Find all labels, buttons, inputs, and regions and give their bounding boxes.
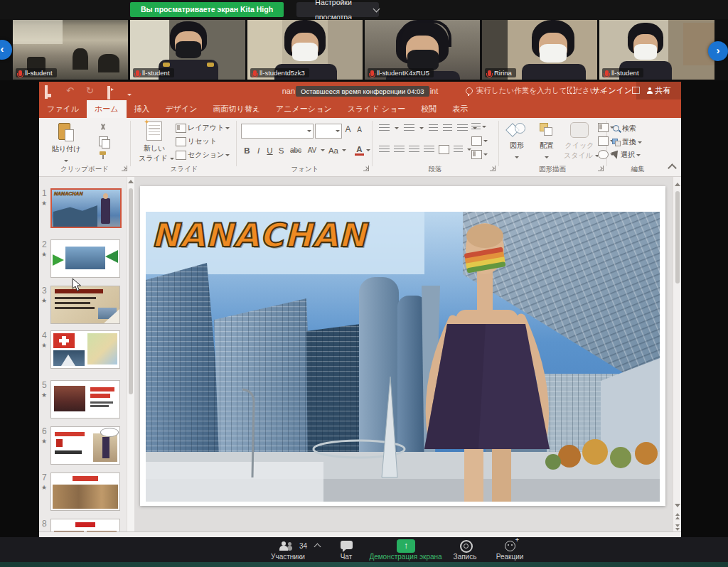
slide-thumbnail[interactable] [50, 426, 120, 465]
participants-menu-chevron[interactable] [314, 544, 321, 551]
animation-star-icon: ★ [41, 392, 47, 399]
font-size-combo[interactable] [315, 124, 342, 139]
font-color-button[interactable]: A [355, 145, 364, 156]
text-direction-button[interactable] [471, 123, 486, 131]
font-name-combo[interactable] [241, 124, 314, 139]
tab-review[interactable]: 校閲 [413, 100, 444, 118]
participant-video[interactable]: ll-student [13, 20, 128, 80]
strikethrough-button[interactable]: abc [288, 146, 304, 154]
share-screen-button[interactable]: Демонстрация экрана [354, 553, 457, 561]
tab-design[interactable]: デザイン [158, 100, 205, 118]
clipboard-dialog-launcher[interactable] [122, 166, 127, 171]
tab-view[interactable]: 表示 [444, 100, 476, 118]
start-slideshow-button[interactable] [107, 87, 110, 99]
scroll-up-arrow-icon[interactable] [128, 180, 134, 183]
find-button[interactable]: 検索 [612, 124, 636, 134]
chat-icon[interactable] [341, 541, 353, 549]
italic-button[interactable]: I [254, 146, 263, 155]
tab-file[interactable]: ファイル [39, 100, 87, 118]
align-left-button[interactable] [379, 146, 390, 153]
slide-thumbnail[interactable] [50, 519, 120, 531]
select-button[interactable]: 選択 [612, 150, 641, 160]
font-dialog-launcher[interactable] [363, 166, 369, 171]
increase-indent-button[interactable] [443, 124, 452, 132]
share-screen-icon[interactable]: ↑ [397, 539, 415, 553]
drawing-dialog-launcher[interactable] [598, 166, 604, 171]
animation-star-icon: ★ [41, 297, 47, 304]
align-center-button[interactable] [394, 146, 405, 153]
columns-button[interactable] [454, 146, 463, 153]
tab-insert[interactable]: 挿入 [127, 100, 158, 118]
next-slide-button[interactable] [673, 522, 681, 531]
justify-button[interactable] [424, 146, 434, 153]
quick-access-customize-button[interactable] [127, 89, 132, 100]
new-slide-button[interactable]: 新しい スライド [139, 122, 170, 163]
participant-video[interactable]: ll-studentd5zk3 [247, 20, 363, 80]
slide-number: 7 [42, 472, 47, 482]
record-button[interactable]: Запись [444, 553, 486, 561]
bullets-button[interactable] [379, 124, 390, 132]
scrollbar-thumb[interactable] [675, 191, 680, 284]
align-text-button[interactable] [471, 136, 488, 146]
scroll-up-button[interactable] [673, 179, 681, 189]
shapes-button[interactable]: 図形 [504, 122, 530, 163]
paste-button[interactable]: 貼り付け [49, 122, 83, 167]
replace-button[interactable]: 置換 [612, 137, 642, 147]
record-icon[interactable] [460, 540, 473, 553]
slide-thumbnail[interactable] [50, 330, 120, 369]
change-case-button[interactable]: Aa [327, 146, 340, 155]
tell-me-search[interactable]: 実行したい作業を入力してください... [466, 82, 604, 99]
copy-button[interactable] [99, 136, 108, 146]
tab-transitions[interactable]: 画面切り替え [205, 100, 269, 118]
section-label: セクション [188, 150, 224, 160]
tab-animations[interactable]: アニメーション [268, 100, 340, 118]
redo-button[interactable]: ↻ [86, 85, 94, 97]
increase-font-button[interactable]: A [343, 124, 353, 134]
layout-button[interactable]: レイアウト [176, 123, 230, 133]
reactions-button[interactable]: Реакции [484, 553, 535, 561]
slide-thumbnail[interactable] [50, 239, 120, 278]
quick-styles-button[interactable]: クイック スタイル [564, 122, 595, 161]
reset-button[interactable]: リセット [176, 136, 217, 146]
participants-icon[interactable] [279, 541, 295, 551]
undo-button[interactable]: ↶ [66, 85, 74, 97]
arrange-button[interactable]: 配置 [534, 122, 560, 163]
text-shadow-button[interactable]: S [277, 146, 286, 155]
decrease-indent-button[interactable] [429, 124, 438, 132]
ppt-work-area: 1 ★ NANACHAN 2 ★ [39, 177, 681, 531]
line-spacing-button[interactable] [457, 124, 468, 132]
decrease-font-button[interactable]: A [355, 126, 364, 134]
section-button[interactable]: セクション [176, 150, 230, 160]
slide-thumbnail[interactable] [50, 380, 120, 418]
underline-button[interactable]: U [265, 146, 274, 155]
participants-button[interactable]: Участники [252, 553, 323, 561]
scrollbar-thumb[interactable] [129, 188, 133, 394]
share-button[interactable]: 共有 [636, 82, 681, 99]
participant-video[interactable]: ll-student [130, 20, 245, 80]
slide-thumbnail[interactable] [50, 472, 120, 511]
canvas-scrollbar[interactable] [673, 177, 681, 531]
add-columns-button[interactable] [439, 145, 449, 154]
previous-slide-button[interactable] [673, 511, 681, 521]
participant-video[interactable]: ll-student [599, 20, 714, 80]
view-settings-dropdown[interactable]: Настройки просмотра [296, 2, 379, 17]
numbering-button[interactable] [404, 124, 414, 132]
tab-slideshow[interactable]: スライド ショー [340, 100, 414, 118]
sign-in-button[interactable]: サインイン [592, 82, 632, 99]
convert-smartart-button[interactable] [471, 150, 488, 159]
collapse-ribbon-button[interactable] [668, 163, 677, 173]
slide-thumbnail[interactable] [50, 286, 120, 324]
save-button[interactable] [45, 87, 48, 98]
paragraph-dialog-launcher[interactable] [490, 166, 496, 171]
scroll-videos-right-button[interactable]: › [708, 41, 728, 61]
align-right-button[interactable] [409, 146, 419, 153]
participant-video[interactable]: ll-studentK4xRU5 [365, 20, 480, 80]
format-painter-button[interactable] [99, 151, 107, 159]
slide-thumbnail[interactable]: NANACHAN [50, 188, 122, 228]
reactions-icon[interactable] [505, 541, 515, 551]
bold-button[interactable]: B [242, 146, 252, 155]
participant-video[interactable]: Ririna [482, 20, 597, 80]
character-spacing-button[interactable]: AV [306, 146, 318, 154]
tab-home[interactable]: ホーム [87, 100, 127, 118]
scroll-down-button[interactable] [673, 500, 681, 510]
